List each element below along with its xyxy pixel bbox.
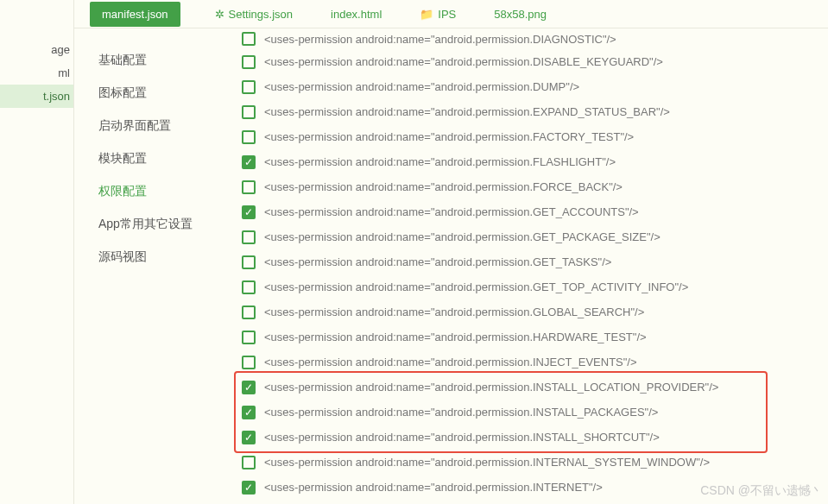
permissions-list: <uses-permission android:name="android.p… — [224, 28, 828, 504]
permission-checkbox[interactable] — [242, 105, 256, 119]
file-tree: agemlt.json — [0, 0, 74, 504]
permission-checkbox[interactable]: ✓ — [242, 381, 256, 394]
permission-text: <uses-permission android:name="android.p… — [264, 356, 637, 369]
tab-label: IPS — [438, 8, 456, 21]
permission-checkbox[interactable] — [242, 456, 256, 469]
permission-text: <uses-permission android:name="android.p… — [264, 230, 661, 243]
permission-text: <uses-permission android:name="android.p… — [264, 381, 718, 394]
permission-checkbox[interactable]: ✓ — [242, 406, 256, 419]
permission-checkbox[interactable] — [242, 331, 256, 344]
permission-checkbox[interactable] — [242, 306, 256, 319]
permission-text: <uses-permission android:name="android.p… — [264, 33, 616, 46]
permission-row: ✓<uses-permission android:name="android.… — [242, 149, 819, 174]
folder-icon: 📁 — [420, 8, 433, 21]
tree-item[interactable]: age — [0, 38, 73, 61]
permission-checkbox[interactable] — [242, 130, 256, 144]
tab-label: manifest.json — [102, 8, 168, 21]
editor-tab[interactable]: ✲Settings.json — [212, 8, 296, 21]
permission-checkbox[interactable] — [242, 280, 256, 294]
sidebar-item[interactable]: 基础配置 — [98, 44, 224, 77]
permission-row: <uses-permission android:name="android.p… — [242, 274, 819, 299]
permission-text: <uses-permission android:name="android.p… — [264, 130, 634, 143]
sidebar-item[interactable]: 模块配置 — [98, 142, 224, 175]
permission-row: <uses-permission android:name="android.p… — [242, 249, 819, 274]
permission-checkbox[interactable] — [242, 80, 256, 94]
permission-checkbox[interactable] — [242, 356, 256, 369]
permission-checkbox[interactable] — [242, 180, 256, 194]
permission-row: ✓<uses-permission android:name="android.… — [242, 199, 819, 224]
permission-text: <uses-permission android:name="android.p… — [264, 456, 710, 469]
permission-checkbox[interactable] — [242, 230, 256, 244]
sidebar-item[interactable]: App常用其它设置 — [98, 208, 224, 241]
config-sidebar: 基础配置图标配置启动界面配置模块配置权限配置App常用其它设置源码视图 — [74, 28, 224, 504]
sidebar-item[interactable]: 源码视图 — [98, 241, 224, 274]
editor-tabs: manifest.json✲Settings.jsonindex.html📁IP… — [74, 0, 828, 28]
permission-text: <uses-permission android:name="android.p… — [264, 280, 688, 293]
permission-text: <uses-permission android:name="android.p… — [264, 431, 660, 444]
permission-row: <uses-permission android:name="android.p… — [242, 99, 819, 124]
permission-row: ✓<uses-permission android:name="android.… — [242, 400, 819, 425]
permission-row: <uses-permission android:name="android.p… — [242, 224, 819, 249]
permission-text: <uses-permission android:name="android.p… — [264, 255, 611, 268]
gear-icon: ✲ — [215, 8, 224, 21]
editor-tab[interactable]: index.html — [327, 8, 385, 21]
permission-checkbox[interactable]: ✓ — [242, 205, 256, 219]
permission-text: <uses-permission android:name="android.p… — [264, 306, 644, 318]
permission-text: <uses-permission android:name="android.p… — [264, 205, 639, 218]
watermark: CSDN @不留い遗憾丶 — [700, 483, 823, 499]
permission-text: <uses-permission android:name="android.p… — [264, 481, 603, 494]
tree-item[interactable]: ml — [0, 61, 73, 85]
permission-text: <uses-permission android:name="android.p… — [264, 105, 670, 118]
sidebar-item[interactable]: 权限配置 — [98, 175, 224, 208]
sidebar-item[interactable]: 图标配置 — [98, 77, 224, 110]
editor-tab[interactable]: manifest.json — [90, 2, 180, 27]
editor-tab[interactable]: 📁IPS — [416, 8, 459, 21]
tab-label: index.html — [331, 8, 382, 21]
permission-row: <uses-permission android:name="android.p… — [242, 49, 819, 74]
permission-checkbox[interactable]: ✓ — [242, 431, 256, 444]
permission-text: <uses-permission android:name="android.p… — [264, 180, 623, 193]
permission-row: ✓<uses-permission android:name="android.… — [242, 375, 819, 400]
permission-row: ✓<uses-permission android:name="android.… — [242, 425, 819, 450]
permission-text: <uses-permission android:name="android.p… — [264, 80, 579, 93]
permission-checkbox[interactable] — [242, 255, 256, 269]
permission-checkbox[interactable] — [242, 32, 256, 46]
permission-text: <uses-permission android:name="android.p… — [264, 55, 663, 68]
permission-row: <uses-permission android:name="android.p… — [242, 74, 819, 99]
permission-row: <uses-permission android:name="android.p… — [242, 174, 819, 199]
permission-row: <uses-permission android:name="android.p… — [242, 124, 819, 149]
permission-checkbox[interactable]: ✓ — [242, 155, 256, 169]
permission-row: <uses-permission android:name="android.p… — [242, 324, 819, 350]
permission-row: <uses-permission android:name="android.p… — [242, 450, 819, 475]
permission-checkbox[interactable]: ✓ — [242, 481, 256, 495]
permission-text: <uses-permission android:name="android.p… — [264, 155, 616, 168]
permission-row: <uses-permission android:name="android.p… — [242, 350, 819, 375]
permission-row: <uses-permission android:name="android.p… — [242, 299, 819, 324]
permission-checkbox[interactable] — [242, 55, 256, 69]
permission-text: <uses-permission android:name="android.p… — [264, 331, 647, 343]
tab-label: 58x58.png — [494, 8, 547, 21]
permission-row: <uses-permission android:name="android.p… — [242, 28, 819, 49]
sidebar-item[interactable]: 启动界面配置 — [98, 110, 224, 142]
tree-item[interactable]: t.json — [0, 85, 73, 108]
editor-tab[interactable]: 58x58.png — [490, 8, 550, 21]
permission-text: <uses-permission android:name="android.p… — [264, 406, 658, 419]
tab-label: Settings.json — [229, 8, 293, 21]
